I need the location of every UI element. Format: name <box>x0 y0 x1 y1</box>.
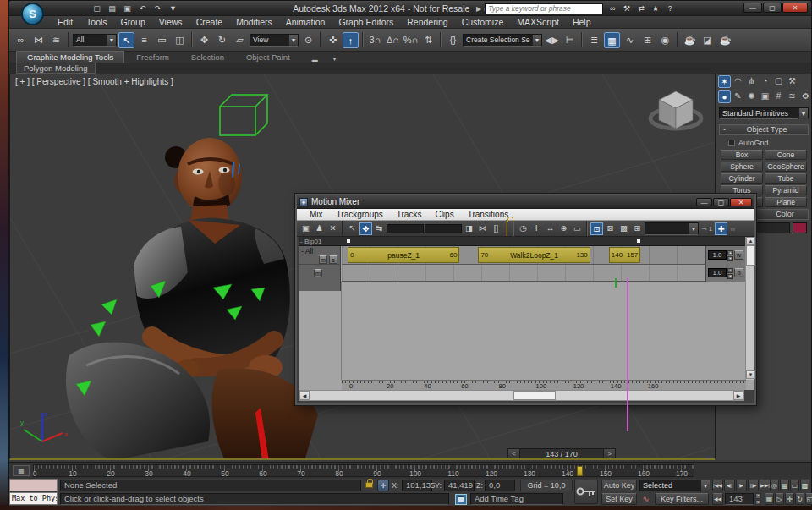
weight-curve-button[interactable]: w <box>734 250 743 260</box>
maximize-viewport-icon[interactable]: ◱ <box>805 493 812 505</box>
weight-key-marker[interactable] <box>637 239 640 243</box>
clip-track[interactable]: 0pauseZ_16070Walk2LoopZ_1130140157 <box>342 246 705 265</box>
menu-rendering[interactable]: Rendering <box>401 16 453 29</box>
balance-curve-button[interactable]: b <box>734 268 743 277</box>
zoom-region-icon[interactable]: ▭ <box>571 222 584 235</box>
help-icon[interactable]: ? <box>664 3 676 14</box>
select-clips-icon[interactable]: ↖ <box>346 222 359 235</box>
timeline-ruler[interactable]: 0102030405060708090100110120130140150160… <box>33 464 694 477</box>
utilities-tab-icon[interactable]: ⚒ <box>786 75 798 88</box>
scrollbar-thumb[interactable] <box>746 245 755 266</box>
mixer-menu-clips[interactable]: Clips <box>429 210 459 219</box>
angle-snap-icon[interactable]: ∆∩ <box>385 32 401 48</box>
mixer-vertical-scrollbar[interactable]: ▲ ▼ <box>745 237 754 380</box>
zoom-extents-selected-icon[interactable]: ▭ <box>790 480 799 491</box>
menu-group[interactable]: Group <box>115 16 151 29</box>
listener-button[interactable]: Max to Physc. <box>9 492 58 505</box>
mirror-icon[interactable]: ◀▶ <box>544 32 560 48</box>
default-tangents-icon[interactable]: ∿ <box>639 493 652 505</box>
graphite-ribbon-toggle-icon[interactable]: ▦ <box>604 32 620 48</box>
favorites-star-icon[interactable]: ★ <box>650 3 661 14</box>
add-biped-icon[interactable]: ♟ <box>313 222 326 235</box>
track-header-balance[interactable]: m <box>299 265 341 282</box>
chevron-down-icon[interactable]: ▼ <box>689 223 698 234</box>
selection-lock-icon[interactable] <box>364 480 375 491</box>
modify-tab-icon[interactable]: ◠ <box>732 75 744 88</box>
chevron-down-icon[interactable]: ▼ <box>700 480 710 491</box>
weight-key-marker[interactable] <box>347 239 350 243</box>
application-menu-logo[interactable]: S <box>21 3 44 25</box>
object-type-rollout[interactable]: -Object Type <box>719 124 809 135</box>
key-filters-button[interactable]: Key Filters... <box>655 493 709 505</box>
material-editor-icon[interactable]: ◉ <box>657 32 673 48</box>
z-coordinate-field[interactable]: 0,0 <box>485 480 515 491</box>
select-by-name-icon[interactable]: ≡ <box>136 32 152 48</box>
select-and-move-icon[interactable]: ✥ <box>196 32 212 48</box>
trackgroup-label[interactable]: - Bip01 <box>300 238 321 245</box>
search-binoculars-icon[interactable]: ∞ <box>606 3 618 14</box>
communication-center-icon[interactable]: ⇄ <box>635 3 647 14</box>
primitive-button-pyramid[interactable]: Pyramid <box>765 185 807 195</box>
helpers-icon[interactable]: # <box>772 90 785 103</box>
named-selection-sets-icon[interactable]: {} <box>445 32 461 48</box>
current-frame-field[interactable]: 143 <box>725 493 754 505</box>
shapes-icon[interactable]: ✎ <box>732 90 744 103</box>
key-mode-toggle-icon[interactable]: ▦ <box>765 493 774 505</box>
lod-dropdown[interactable]: ▼ <box>645 222 699 235</box>
time-display-icon[interactable]: ◷ <box>517 222 529 235</box>
chevron-down-icon[interactable]: ▼ <box>798 108 808 119</box>
track-header-all[interactable]: - All m s <box>299 246 341 265</box>
autogrid-checkbox[interactable] <box>728 140 735 146</box>
space-warps-icon[interactable]: ≋ <box>786 90 798 103</box>
reference-coordinate-dropdown[interactable]: View▼ <box>250 34 299 47</box>
track-view-icon[interactable]: ⊞ <box>631 222 644 235</box>
balance-field[interactable]: 1.0 <box>708 268 727 277</box>
select-and-scale-icon[interactable]: ▱ <box>232 32 248 48</box>
object-color-swatch[interactable] <box>793 222 807 233</box>
set-keys-button[interactable] <box>574 480 598 504</box>
zoom-all-icon[interactable]: ▦ <box>780 480 789 491</box>
window-crossing-icon[interactable]: ◫ <box>172 32 188 48</box>
ribbon-minimize-icon[interactable]: ▬ <box>309 57 321 63</box>
menu-graph-editors[interactable]: Graph Editors <box>332 16 399 29</box>
mini-curve-editor-icon[interactable]: ▦ <box>13 465 30 476</box>
undo-icon[interactable]: ↶ <box>136 3 149 14</box>
weight-spinner[interactable]: ▲▼ <box>727 250 733 260</box>
time-tag-icon[interactable] <box>455 494 467 505</box>
scroll-right-icon[interactable]: ▶ <box>733 391 743 400</box>
redo-icon[interactable]: ↷ <box>151 3 164 14</box>
percent-snap-icon[interactable]: %∩ <box>403 32 419 48</box>
mixer-horizontal-scrollbar[interactable]: ◀ ▶ <box>299 390 744 401</box>
lights-icon[interactable]: ✺ <box>745 90 758 103</box>
mixer-menu-tracks[interactable]: Tracks <box>391 210 428 219</box>
chevron-down-icon[interactable]: ▼ <box>532 35 541 46</box>
rectangular-selection-icon[interactable]: ▭ <box>154 32 170 48</box>
primitive-button-cylinder[interactable]: Cylinder <box>721 173 763 184</box>
range-end-field[interactable] <box>425 224 462 233</box>
named-selection-dropdown[interactable]: Create Selection Se▼ <box>463 34 542 47</box>
snaps-toggle-icon[interactable]: 3∩ <box>367 32 383 48</box>
pan-icon[interactable]: ✛ <box>530 222 543 235</box>
menu-modifiers[interactable]: Modifiers <box>230 16 278 29</box>
tab-object-paint[interactable]: Object Paint <box>236 52 300 63</box>
menu-tools[interactable]: Tools <box>80 16 113 29</box>
geometry-icon[interactable]: ● <box>718 90 731 103</box>
new-clip-icon[interactable]: ✚ <box>715 222 727 235</box>
primitive-button-box[interactable]: Box <box>721 150 763 160</box>
maxscript-mini-listener[interactable] <box>9 479 58 491</box>
keyboard-override-icon[interactable]: ↑ <box>343 32 359 48</box>
hierarchy-tab-icon[interactable]: ⋔ <box>745 75 758 88</box>
menu-edit[interactable]: Edit <box>52 16 79 29</box>
delete-clips-icon[interactable]: ✕ <box>326 222 339 235</box>
mixer-clip-Walk2LoopZ_1[interactable]: 70Walk2LoopZ_1130 <box>478 247 590 263</box>
ribbon-dropdown-icon[interactable]: ▾ <box>330 56 340 63</box>
edit-clip-range-icon[interactable]: [] <box>490 222 502 235</box>
use-pivot-point-icon[interactable]: ⊙ <box>300 32 316 48</box>
new-scene-icon[interactable]: ▢ <box>91 3 103 14</box>
slide-clips-icon[interactable]: ↹ <box>373 222 386 235</box>
create-tab-icon[interactable]: ✶ <box>718 75 731 88</box>
tab-selection[interactable]: Selection <box>181 52 234 63</box>
selection-filter-dropdown[interactable]: All▼ <box>73 34 117 47</box>
viewport-label[interactable]: [ + ] [ Perspective ] [ Smooth + Highlig… <box>15 77 173 86</box>
snap-frames-icon[interactable]: ⊡ <box>590 222 603 235</box>
